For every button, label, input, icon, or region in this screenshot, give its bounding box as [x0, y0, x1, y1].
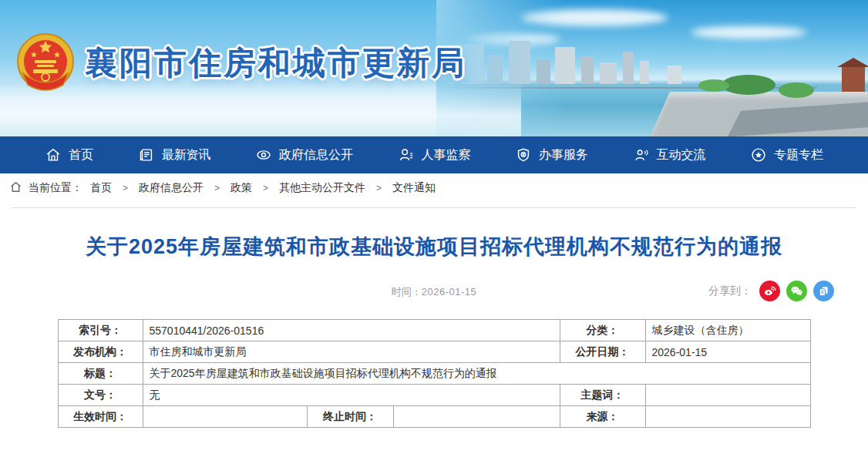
breadcrumb-separator: >	[214, 183, 220, 193]
category-label: 分类：	[560, 320, 645, 341]
star-icon	[750, 146, 767, 163]
site-title[interactable]: 襄阳市住房和城市更新局	[85, 42, 466, 85]
breadcrumb-prefix: 当前位置：	[29, 181, 82, 195]
keywords-label: 主题词：	[560, 385, 645, 406]
keywords-value	[645, 385, 810, 406]
nav-item-label: 政府信息公开	[279, 147, 353, 163]
chat-people-icon	[633, 146, 650, 163]
effective-date-label: 生效时间：	[58, 406, 143, 428]
breadcrumb-separator: >	[376, 183, 382, 193]
breadcrumb: 当前位置： 首页 > 政府信息公开 > 政策 > 其他主动公开文件 > 文件通知	[0, 173, 868, 202]
breadcrumb-item-policy[interactable]: 政策	[230, 181, 252, 195]
doc-title-label: 标题：	[58, 363, 143, 385]
source-value	[645, 406, 810, 428]
nav-item-label: 办事服务	[539, 147, 588, 163]
shield-icon	[515, 146, 532, 163]
nav-item-label: 互动交流	[657, 147, 706, 163]
breadcrumb-divider	[12, 207, 856, 208]
eye-icon	[255, 146, 272, 163]
time-label: 时间：	[392, 286, 422, 298]
article-title: 关于2025年房屋建筑和市政基础设施项目招标代理机构不规范行为的通报	[0, 233, 868, 261]
publisher-label: 发布机构：	[58, 341, 143, 363]
wechat-icon[interactable]	[786, 281, 807, 301]
category-value: 城乡建设（含住房）	[645, 320, 810, 341]
haze-overlay	[0, 82, 521, 136]
nav-item-label: 首页	[69, 147, 93, 163]
main-nav: 首页 最新资讯 政府信息公开 人事监察	[0, 136, 868, 173]
publish-date-value: 2026-01-15	[645, 341, 810, 363]
document-meta-table: 索引号： 557010441/2026-01516 分类： 城乡建设（含住房） …	[58, 319, 811, 428]
table-row: 发布机构： 市住房和城市更新局 公开日期： 2026-01-15	[58, 341, 810, 363]
breadcrumb-item-gov-info[interactable]: 政府信息公开	[139, 181, 204, 195]
breadcrumb-separator: >	[123, 183, 128, 193]
share-bar: 分享到：	[708, 281, 834, 301]
table-row: 索引号： 557010441/2026-01516 分类： 城乡建设（含住房）	[58, 320, 810, 341]
doc-title-value: 关于2025年房屋建筑和市政基础设施项目招标代理机构不规范行为的通报	[143, 363, 810, 385]
nav-item-label: 最新资讯	[162, 147, 211, 163]
doc-no-label: 文号：	[58, 385, 143, 406]
breadcrumb-separator: >	[263, 183, 268, 193]
article-meta-row: 时间：2026-01-15 分享到：	[0, 279, 868, 304]
publish-date-label: 公开日期：	[560, 341, 645, 363]
news-icon	[138, 146, 155, 163]
breadcrumb-item-home[interactable]: 首页	[90, 181, 112, 195]
nav-item-special-topics[interactable]: 专题专栏	[750, 146, 823, 163]
site-banner: 襄阳市住房和城市更新局	[0, 0, 868, 136]
table-row: 文号： 无 主题词：	[58, 385, 810, 406]
table-row: 标题： 关于2025年房屋建筑和市政基础设施项目招标代理机构不规范行为的通报	[58, 363, 810, 385]
copy-icon[interactable]	[813, 281, 834, 301]
breadcrumb-home-icon	[9, 180, 22, 196]
breadcrumb-item-doc-notice[interactable]: 文件通知	[392, 181, 436, 195]
table-row: 生效时间： 终止时间： 来源：	[58, 406, 810, 428]
nav-item-news[interactable]: 最新资讯	[138, 146, 211, 163]
source-label: 来源：	[560, 406, 645, 428]
article-main: 关于2025年房屋建筑和市政基础设施项目招标代理机构不规范行为的通报 时间：20…	[0, 233, 868, 428]
nav-item-label: 专题专栏	[774, 147, 823, 163]
index-no-value: 557010441/2026-01516	[143, 320, 560, 341]
home-icon	[45, 146, 62, 163]
time-value: 2026-01-15	[422, 286, 477, 298]
weibo-icon[interactable]	[759, 281, 780, 301]
nav-item-personnel[interactable]: 人事监察	[398, 146, 471, 163]
doc-no-value: 无	[143, 385, 560, 406]
nav-item-interaction[interactable]: 互动交流	[633, 146, 706, 163]
share-label: 分享到：	[708, 284, 752, 298]
end-date-label: 终止时间：	[307, 406, 393, 428]
breadcrumb-item-other-public-docs[interactable]: 其他主动公开文件	[279, 181, 365, 195]
page: 襄阳市住房和城市更新局 首页 最新资讯 政府信息公开	[0, 0, 868, 454]
person-icon	[398, 146, 415, 163]
publisher-value: 市住房和城市更新局	[143, 341, 560, 363]
effective-date-value	[143, 406, 307, 428]
nav-item-home[interactable]: 首页	[45, 146, 93, 163]
nav-item-label: 人事监察	[422, 147, 471, 163]
index-no-label: 索引号：	[58, 320, 143, 341]
end-date-value	[393, 406, 560, 428]
nav-item-services[interactable]: 办事服务	[515, 146, 588, 163]
national-emblem-icon	[14, 31, 77, 100]
nav-item-gov-info[interactable]: 政府信息公开	[255, 146, 353, 163]
